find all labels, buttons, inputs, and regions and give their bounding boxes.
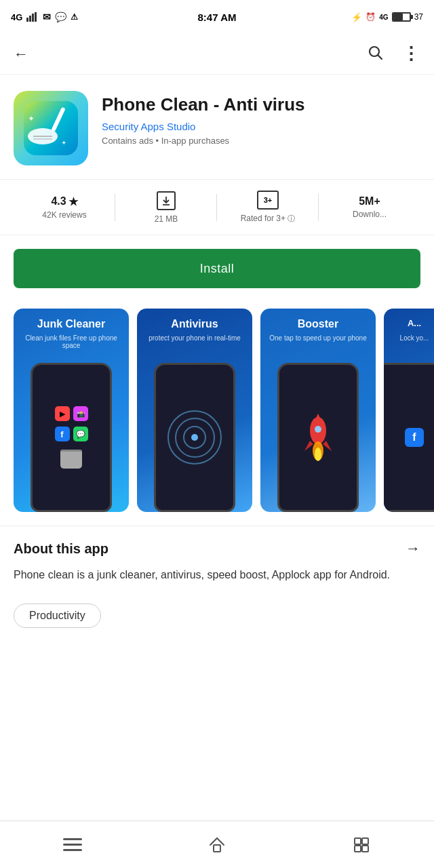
back-nav-button[interactable] — [341, 831, 382, 859]
svg-rect-23 — [355, 838, 361, 844]
screenshots-section: Junk Cleaner Clean junk files Free up ph… — [0, 302, 434, 526]
signal-icon — [26, 12, 39, 22]
about-text: Phone clean is a junk cleaner, antivirus… — [14, 567, 420, 583]
svg-rect-3 — [35, 12, 37, 22]
more-options-button[interactable]: ⋮ — [402, 43, 420, 64]
svg-rect-1 — [29, 16, 31, 22]
whatsapp-icon: 💬 — [55, 12, 66, 22]
stat-downloads: 5M+ Downlo... — [319, 195, 420, 219]
install-button[interactable]: Install — [14, 249, 420, 288]
download-icon — [161, 196, 171, 205]
app-developer[interactable]: Security Apps Studio — [102, 121, 420, 132]
stats-row: 4.3 ★ 42K reviews 21 MB 3+ Rated for 3+ … — [0, 179, 434, 235]
age-rating-box: 3+ — [257, 191, 279, 210]
age-label: Rated for 3+ ⓘ — [241, 214, 296, 224]
floating-icons-2: f 💬 — [55, 427, 88, 441]
phone-mockup-4: f — [384, 363, 434, 512]
hamburger-icon — [63, 838, 82, 851]
app-icon-graphic: ✦ ✦ — [24, 101, 78, 155]
svg-text:✦: ✦ — [61, 139, 66, 146]
size-label: 21 MB — [155, 214, 178, 224]
status-bar: 4G ✉ 💬 ⚠ 8:47 AM ⚡ ⏰ 4G 37 — [0, 0, 434, 34]
phone-mockup-2 — [154, 363, 235, 512]
sc-sublabel-2: protect your phone in real-time — [142, 334, 247, 342]
svg-rect-0 — [26, 18, 28, 22]
home-button[interactable] — [197, 831, 237, 859]
svg-marker-19 — [323, 441, 332, 451]
recents-icon — [352, 835, 371, 854]
app-meta: Contains ads • In-app purchases — [102, 136, 420, 146]
vol-4g-icon: 4G — [379, 14, 388, 21]
alarm-icon: ⏰ — [366, 12, 376, 22]
svg-marker-18 — [304, 441, 313, 451]
svg-rect-26 — [362, 846, 368, 852]
back-button[interactable]: ← — [14, 45, 28, 63]
sc-sublabel-1: Clean junk files Free up phone space — [19, 334, 123, 349]
sc-label-3: Booster — [260, 318, 376, 330]
bluetooth-icon: ⚡ — [351, 12, 362, 22]
status-right: ⚡ ⏰ 4G 37 — [351, 12, 423, 22]
app-icon: ✦ ✦ — [14, 91, 88, 165]
alert-icon: ⚠ — [71, 12, 78, 22]
svg-line-5 — [378, 55, 382, 59]
about-title: About this app — [14, 541, 108, 557]
floating-icons: ▶ 📸 — [55, 406, 88, 421]
svg-rect-22 — [214, 845, 220, 852]
app-info: Phone Clean - Anti virus Security Apps S… — [102, 91, 420, 146]
download-box-icon — [157, 191, 176, 210]
about-header: About this app → — [14, 540, 420, 557]
tag-section: Productivity — [0, 594, 434, 642]
home-icon — [208, 835, 226, 854]
trash-bin — [60, 450, 82, 469]
status-left: 4G ✉ 💬 ⚠ — [11, 12, 78, 22]
productivity-tag[interactable]: Productivity — [14, 604, 101, 628]
screenshot-booster[interactable]: Booster One tap to speed up your phone — [260, 309, 376, 512]
battery-icon — [392, 12, 411, 22]
fb-dot: f — [55, 427, 70, 441]
star-icon: ★ — [68, 195, 78, 208]
top-nav: ← ⋮ — [0, 34, 434, 75]
app-title: Phone Clean - Anti virus — [102, 94, 420, 117]
install-section: Install — [0, 235, 434, 302]
phone-mockup-3 — [277, 363, 359, 512]
svg-point-17 — [315, 426, 321, 433]
radar-graphic — [167, 410, 222, 465]
bottom-nav — [0, 821, 434, 868]
about-arrow-button[interactable]: → — [406, 540, 420, 557]
menu-button[interactable] — [52, 831, 93, 859]
screenshot-antivirus[interactable]: Antivirus protect your phone in real-tim… — [137, 309, 252, 512]
screenshot-junk-cleaner[interactable]: Junk Cleaner Clean junk files Free up ph… — [14, 309, 129, 512]
sc-label-1: Junk Cleaner — [14, 318, 129, 330]
msg-icon: ✉ — [43, 12, 51, 22]
search-button[interactable] — [367, 44, 383, 64]
svg-rect-2 — [32, 14, 34, 22]
about-section: About this app → Phone clean is a junk c… — [0, 526, 434, 594]
youtube-dot: ▶ — [55, 406, 70, 421]
sc-label-4: A... — [384, 318, 434, 328]
svg-rect-6 — [24, 101, 78, 155]
booster-content — [301, 410, 335, 465]
reviews-label: 42K reviews — [14, 210, 115, 220]
nav-right: ⋮ — [367, 43, 420, 64]
insta-dot: 📸 — [73, 406, 88, 421]
svg-text:✦: ✦ — [28, 114, 35, 123]
screenshots-scroll[interactable]: Junk Cleaner Clean junk files Free up ph… — [0, 309, 434, 512]
stat-rating[interactable]: 4.3 ★ 42K reviews — [14, 195, 115, 220]
sc-label-2: Antivirus — [137, 318, 252, 330]
radar-center — [191, 434, 198, 441]
screenshot-applock[interactable]: A... Lock yo... f — [384, 309, 434, 512]
phone-body-3 — [277, 363, 359, 512]
stat-size: 21 MB — [115, 191, 217, 224]
status-time: 8:47 AM — [198, 12, 237, 23]
svg-point-21 — [315, 448, 321, 461]
phone-body-2 — [154, 363, 235, 512]
stat-age[interactable]: 3+ Rated for 3+ ⓘ — [217, 191, 319, 224]
battery-fill — [393, 14, 403, 20]
rating-value: 4.3 ★ — [14, 195, 115, 208]
downloads-label: Downlo... — [319, 210, 420, 219]
phone-body-1: ▶ 📸 f 💬 — [31, 363, 112, 512]
svg-rect-24 — [362, 838, 368, 844]
sc-sublabel-3: One tap to speed up your phone — [266, 334, 370, 342]
junk-content: ▶ 📸 f 💬 — [55, 406, 88, 469]
rocket-icon — [301, 410, 335, 465]
